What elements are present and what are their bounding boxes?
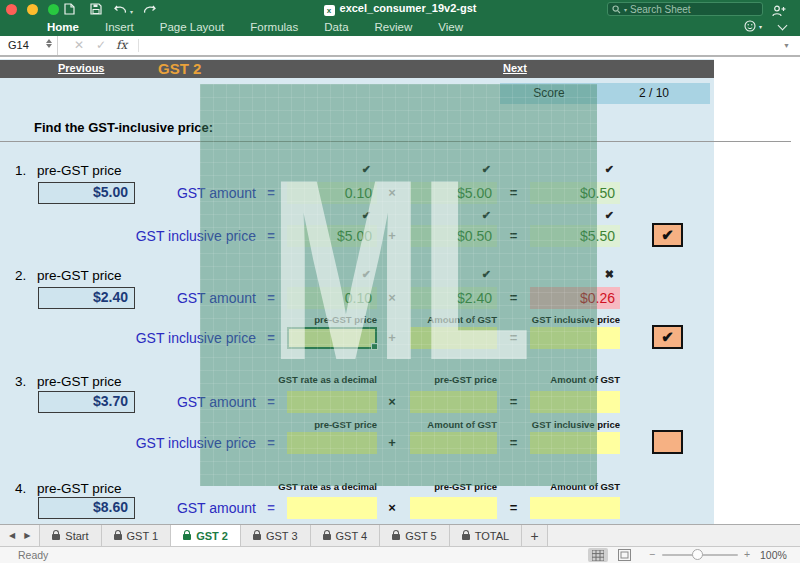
collapse-ribbon-icon[interactable] — [778, 21, 788, 31]
item3-amount-input1-cell[interactable] — [287, 391, 377, 413]
tab-formulas[interactable]: Formulas — [237, 21, 311, 33]
item1-pre-gst-cell[interactable]: $5.00 — [410, 182, 497, 204]
item1-rate-cell[interactable]: 0.10 — [287, 182, 377, 204]
item3-incl-input3-cell[interactable] — [530, 432, 620, 454]
tab-view[interactable]: View — [425, 21, 476, 33]
item1-incl-marks: ✔ ✔ ✔ — [0, 209, 714, 222]
sheet-nav-banner: Previous GST 2 Next — [0, 60, 714, 78]
search-placeholder: Search Sheet — [630, 4, 691, 15]
excel-doc-icon: x — [324, 5, 335, 16]
lock-icon — [183, 534, 191, 540]
item4-amount-column-labels: GST rate as a decimal pre-GST price Amou… — [0, 481, 714, 493]
item2-pre-gst-cell[interactable]: $2.40 — [410, 287, 497, 309]
status-text: Ready — [18, 549, 48, 561]
feedback-smiley-icon[interactable]: ▾ — [744, 20, 762, 32]
next-link[interactable]: Next — [503, 62, 527, 74]
check-icon: ✔ — [530, 163, 614, 176]
item1-check-button[interactable]: ✔ — [652, 223, 683, 247]
item4-amount-input1-cell[interactable] — [287, 497, 377, 519]
tab-data[interactable]: Data — [311, 21, 361, 33]
tab-page-layout[interactable]: Page Layout — [147, 21, 238, 33]
lock-icon — [392, 534, 400, 540]
item2-gst-amount-cell-wrong[interactable]: $0.26 — [530, 287, 620, 309]
search-input[interactable]: ▾ Search Sheet — [607, 2, 763, 16]
item4-gst-amount-row: GST amount = × = — [0, 496, 714, 520]
item3-amount-column-labels: GST rate as a decimal pre-GST price Amou… — [0, 374, 714, 386]
add-sheet-button[interactable]: + — [522, 525, 548, 546]
item3-incl-input2-cell[interactable] — [410, 432, 497, 454]
score-label: Score — [500, 83, 598, 104]
item2-incl-input3-cell[interactable] — [530, 327, 620, 349]
prev-sheet-arrow[interactable]: ◀ — [9, 531, 15, 540]
item2-check-button[interactable]: ✔ — [652, 325, 683, 349]
search-scope-caret[interactable]: ▾ — [624, 6, 627, 13]
item4-amount-input3-cell[interactable] — [530, 497, 620, 519]
zoom-in-button[interactable]: + — [744, 548, 750, 560]
page-layout-view-icon[interactable] — [614, 548, 634, 562]
section-divider — [0, 141, 791, 142]
previous-link[interactable]: Previous — [58, 62, 104, 74]
status-bar: Ready − + 100% — [0, 547, 800, 563]
item2-amount-marks: ✔ ✔ ✖ — [0, 268, 714, 281]
lock-icon — [323, 534, 331, 540]
cell-reference: G14 — [8, 39, 29, 51]
item4-amount-input2-cell[interactable] — [410, 497, 497, 519]
name-box[interactable]: G14 — [0, 36, 58, 55]
excel-window: ▾ xexcel_consumer_19v2-gst ▾ Search Shee… — [0, 0, 800, 563]
sheet-tab-gst1[interactable]: GST 1 — [102, 525, 172, 546]
item1-incl-v2-cell[interactable]: $0.50 — [410, 225, 497, 247]
check-icon: ✔ — [410, 209, 491, 222]
name-box-stepper[interactable] — [46, 39, 52, 48]
sheet-tab-start[interactable]: Start — [40, 525, 101, 546]
tab-review[interactable]: Review — [362, 21, 426, 33]
check-icon: ✔ — [410, 268, 491, 281]
next-sheet-arrow[interactable]: ▶ — [24, 531, 30, 540]
check-icon: ✔ — [287, 268, 371, 281]
item2-incl-input2-cell[interactable] — [410, 327, 497, 349]
sheet-tab-gst2-active[interactable]: GST 2 — [171, 525, 241, 546]
item2-rate-cell[interactable]: 0.10 — [287, 287, 377, 309]
cancel-icon[interactable]: ✕ — [74, 38, 84, 52]
search-icon — [612, 0, 621, 18]
lock-icon — [114, 534, 122, 540]
formula-bar-expand-caret[interactable]: ▼ — [783, 42, 790, 49]
formula-bar-divider — [138, 39, 139, 52]
zoom-level[interactable]: 100% — [760, 549, 787, 561]
item3-amount-input2-cell[interactable] — [410, 391, 497, 413]
sheet-tab-gst4[interactable]: GST 4 — [311, 525, 381, 546]
item3-gst-amount-row: GST amount = × = — [0, 390, 714, 414]
item3-amount-input3-cell[interactable] — [530, 391, 620, 413]
sheet-tab-total[interactable]: TOTAL — [450, 525, 522, 546]
zoom-out-button[interactable]: − — [649, 548, 655, 560]
item1-amount-marks: ✔ ✔ ✔ — [0, 163, 714, 176]
item3-incl-column-labels: pre-GST price Amount of GST GST inclusiv… — [0, 419, 714, 431]
item1-incl-result-cell[interactable]: $5.50 — [530, 225, 620, 247]
formula-bar: G14 ✕ ✓ fx ▼ — [0, 36, 800, 57]
page-title: GST 2 — [158, 60, 201, 77]
normal-view-icon[interactable] — [588, 548, 608, 562]
item3-incl-input1-cell[interactable] — [287, 432, 377, 454]
item2-column-labels: pre-GST price Amount of GST GST inclusiv… — [0, 314, 714, 326]
tab-insert[interactable]: Insert — [92, 21, 147, 33]
section-title: Find the GST-inclusive price: — [34, 120, 213, 135]
titlebar: ▾ xexcel_consumer_19v2-gst ▾ Search Shee… — [0, 0, 800, 36]
lock-icon — [253, 534, 261, 540]
insert-function-icon[interactable]: fx — [116, 38, 127, 52]
item1-gst-amount-cell[interactable]: $0.50 — [530, 182, 620, 204]
worksheet: Previous GST 2 Next Score 2 / 10 Find th… — [0, 59, 800, 524]
cross-icon: ✖ — [530, 268, 614, 281]
check-icon: ✔ — [287, 209, 371, 222]
sheet-tab-bar: ◀ ▶ Start GST 1 GST 2 GST 3 GST 4 GST 5 … — [0, 524, 800, 547]
score-value: 2 / 10 — [598, 83, 710, 104]
zoom-slider-knob[interactable] — [692, 549, 703, 560]
item2-incl-input1-selected-cell[interactable] — [287, 327, 377, 349]
enter-icon[interactable]: ✓ — [96, 38, 106, 52]
tab-home[interactable]: Home — [34, 21, 92, 33]
sheet-tab-gst5[interactable]: GST 5 — [380, 525, 450, 546]
lock-icon — [462, 534, 470, 540]
sheet-tab-gst3[interactable]: GST 3 — [241, 525, 311, 546]
item3-check-button[interactable] — [652, 430, 683, 454]
item1-gst-inclusive-row: GST inclusive price = $5.00 + $0.50 = $5… — [0, 224, 714, 248]
item1-gst-amount-row: GST amount = 0.10 × $5.00 = $0.50 — [0, 181, 714, 205]
item1-incl-v1-cell[interactable]: $5.00 — [287, 225, 377, 247]
